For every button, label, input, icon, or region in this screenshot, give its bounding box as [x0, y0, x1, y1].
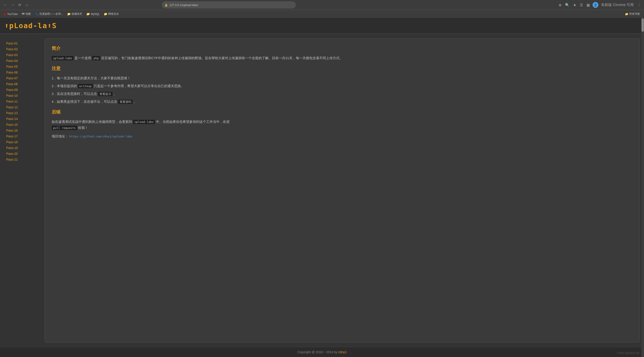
notice-item-3: 3．实在没有思路时，可以点击 查看提示 。 [52, 91, 632, 97]
map-icon: 🗺 [22, 12, 24, 16]
bookmark-icon[interactable]: ★ [572, 2, 577, 8]
intro-paragraph: upload-labs 是一个使用 php 语言编写的，专门收集渗透测试和CTF… [52, 55, 632, 61]
bookmark-map[interactable]: 🗺 地图 [20, 11, 33, 16]
bookmark-youtube[interactable]: ▶ YouTube [2, 12, 20, 16]
scrollbar-thumb[interactable] [642, 18, 644, 32]
notice-3-pre: 3．实在没有思路时，可以点击 [52, 92, 98, 96]
bookmark-baidu[interactable]: 🐾 百度贴吧——全球... [33, 11, 65, 16]
split-screen-icon[interactable]: ▦ [586, 2, 591, 8]
followup-text-mid: 中。当然如果你也希望参加到这个工作当中，欢迎 [156, 120, 230, 124]
content-area: 简介 upload-labs 是一个使用 php 语言编写的，专门收集渗透测试和… [45, 38, 640, 343]
site-header: ⬆pLoad-la⬆S [0, 18, 644, 34]
bookmark-security-label: 网络安全 [108, 12, 119, 16]
sidebar-pass-11[interactable]: Pass-11 [4, 99, 40, 104]
page-footer: Copyright @ 2018 ~ 2024 by c0ny1 [0, 347, 644, 357]
sidebar-pass-20[interactable]: Pass-20 [4, 151, 40, 156]
notice-heading: 注意 [52, 65, 632, 71]
notice-2-post: 只是起一个参考作用，希望大家可以分享出自己的通关思路。 [94, 84, 184, 88]
bookmark-favorites[interactable]: 📁 收藏夹栏 [65, 11, 84, 16]
notice-2-pre: 2．本项目提供的 [52, 84, 78, 88]
back-button[interactable]: ← [2, 2, 8, 8]
sidebar-pass-17[interactable]: Pass-17 [4, 134, 40, 139]
site-logo: ⬆pLoad-la⬆S [4, 21, 640, 30]
forward-button[interactable]: → [10, 2, 16, 8]
sidebar-pass-02[interactable]: Pass-02 [4, 46, 40, 52]
bookmark-baidu-label: 百度贴吧——全球... [39, 12, 63, 16]
bookmark-map-label: 地图 [26, 12, 31, 16]
bookmark-mysql-label: MySQL [91, 12, 100, 16]
notice-3-post: 。 [113, 92, 117, 96]
reload-button[interactable]: ⟳ [16, 2, 23, 8]
writeup-tag: writeup [78, 84, 93, 88]
search-icon[interactable]: 🔍 [564, 2, 570, 8]
extensions-icon[interactable]: ☰ [579, 2, 584, 8]
intro-text-body: 语言编写的，专门收集渗透测试和CTF中遇到的各种上传漏洞的靶场。旨在帮助大家对上… [101, 56, 343, 60]
nav-buttons: ← → ⟳ ⌂ [2, 2, 30, 8]
intro-heading: 简介 [52, 45, 632, 51]
folder-icon-2: 📁 [86, 12, 90, 16]
project-label: 项目地址： [52, 134, 68, 138]
footer-brand: c0ny1 [338, 350, 346, 354]
pull-requests-tag: pull requests [52, 126, 77, 130]
sidebar-pass-16[interactable]: Pass-16 [4, 128, 40, 133]
sidebar-pass-01[interactable]: Pass-01 [4, 41, 40, 46]
toolbar-right: ⊕ 🔍 ★ ☰ ▦ 👤 有新版 Chrome 可用 ⋮ [558, 2, 642, 8]
sidebar-pass-08[interactable]: Pass-08 [4, 81, 40, 87]
sidebar-pass-10[interactable]: Pass-10 [4, 93, 40, 98]
notice-item-4: 4．如果黑盒情况下，实在做不出，可以点击 查看源码 。 [52, 98, 632, 105]
main-layout: Pass-01 Pass-02 Pass-03 Pass-04 Pass-05 … [0, 34, 644, 347]
notice-4-post: 。 [134, 100, 137, 103]
upload-labs-tag-2: upload-labs [133, 120, 155, 124]
notice-list: 1．每一关没有固定的通关方法，大家不要自限思维！ 2．本项目提供的 writeu… [52, 75, 632, 105]
project-line: 项目地址： https://github.com/c0ny1/upload-la… [52, 134, 632, 138]
source-link[interactable]: 查看源码 [118, 100, 132, 104]
sidebar: Pass-01 Pass-02 Pass-03 Pass-04 Pass-05 … [4, 38, 40, 343]
sidebar-pass-05[interactable]: Pass-05 [4, 64, 40, 69]
sidebar-pass-21[interactable]: Pass-21 [4, 157, 40, 162]
sidebar-pass-18[interactable]: Pass-18 [4, 139, 40, 145]
chrome-update-button[interactable]: 有新版 Chrome 可用 [600, 2, 634, 8]
followup-text-end: 给我！ [78, 126, 88, 130]
sidebar-pass-04[interactable]: Pass-04 [4, 58, 40, 63]
all-bookmarks-label: 所有书签 [629, 12, 640, 16]
notice-item-1: 1．每一关没有固定的通关方法，大家不要自限思维！ [52, 75, 632, 81]
folder-icon-1: 📁 [67, 12, 71, 16]
sidebar-pass-06[interactable]: Pass-06 [4, 70, 40, 75]
address-bar[interactable]: 🔒 [162, 1, 296, 8]
bookmark-mysql[interactable]: 📁 MySQL [84, 12, 102, 16]
sidebar-pass-09[interactable]: Pass-09 [4, 87, 40, 92]
intro-text-pre: 是一个使用 [74, 56, 92, 60]
profile-icon[interactable]: 👤 [592, 2, 598, 8]
translate-icon[interactable]: ⊕ [558, 2, 562, 8]
sidebar-pass-12[interactable]: Pass-12 [4, 105, 40, 110]
folder-icon-4: 📁 [625, 12, 628, 16]
notice-item-2: 2．本项目提供的 writeup 只是起一个参考作用，希望大家可以分享出自己的通… [52, 83, 632, 89]
upload-labs-tag-1: upload-labs [52, 56, 74, 60]
page-wrapper: ⬆pLoad-la⬆S Pass-01 Pass-02 Pass-03 Pass… [0, 18, 644, 357]
sidebar-pass-14[interactable]: Pass-14 [4, 116, 40, 121]
youtube-icon: ▶ [4, 12, 6, 16]
sidebar-pass-15[interactable]: Pass-15 [4, 122, 40, 127]
lock-icon: 🔒 [164, 3, 168, 7]
notice-4-pre: 4．如果黑盒情况下，实在做不出，可以点击 [52, 100, 118, 103]
php-tag: php [92, 56, 100, 60]
home-button[interactable]: ⌂ [24, 2, 30, 8]
sidebar-pass-19[interactable]: Pass-19 [4, 145, 40, 151]
sidebar-pass-13[interactable]: Pass-13 [4, 110, 40, 116]
sidebar-pass-07[interactable]: Pass-07 [4, 75, 40, 81]
sidebar-pass-03[interactable]: Pass-03 [4, 52, 40, 58]
all-bookmarks-button[interactable]: 📁 所有书签 [623, 11, 642, 16]
bookmark-security[interactable]: 📁 网络安全 [102, 11, 121, 16]
bookmark-favorites-label: 收藏夹栏 [72, 12, 82, 16]
project-url-link[interactable]: https://github.com/c0ny1/upload-labs [69, 135, 132, 138]
hint-link[interactable]: 查看提示 [98, 92, 112, 96]
browser-chrome: ← → ⟳ ⌂ 🔒 ⊕ 🔍 ★ ☰ ▦ 👤 有新版 Chrome 可用 ⋮ ▶ … [0, 0, 644, 18]
url-input[interactable] [169, 3, 293, 7]
bookmarks-bar: ▶ YouTube 🗺 地图 🐾 百度贴吧——全球... 📁 收藏夹栏 📁 My… [0, 10, 644, 18]
bookmark-youtube-label: YouTube [7, 12, 18, 16]
scrollbar-track[interactable] [641, 18, 644, 357]
followup-text-pre: 如在渗透测试实战中遇到新的上传漏洞类型，会更新到 [52, 120, 133, 124]
baidu-icon: 🐾 [35, 12, 38, 16]
footer-text-pre: Copyright @ 2018 ~ 2024 by [298, 350, 338, 354]
menu-icon[interactable]: ⋮ [636, 2, 642, 8]
